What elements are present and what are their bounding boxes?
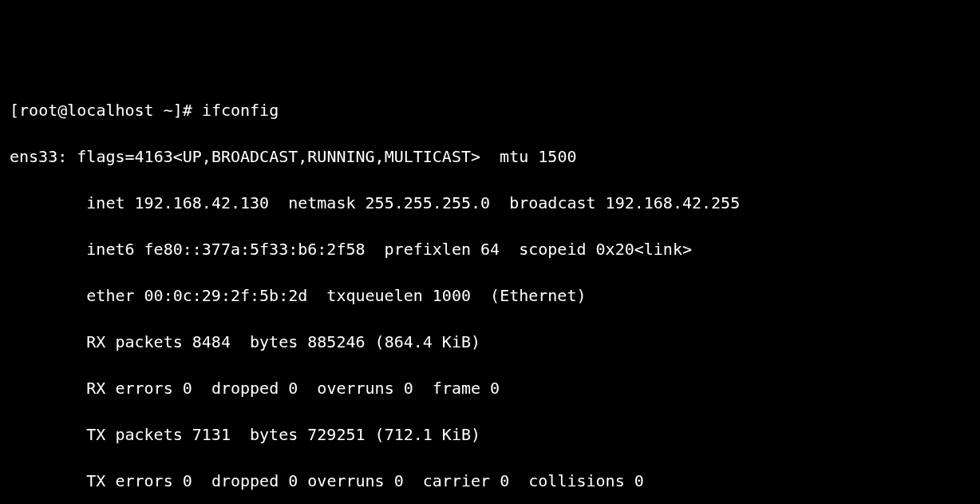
iface0-inet6: inet6 fe80::377a:5f33:b6:2f58 prefixlen … <box>10 238 970 261</box>
prompt-line[interactable]: [root@localhost ~]# ifconfig <box>10 99 970 122</box>
prompt-host: localhost <box>67 101 153 120</box>
iface0-ether: ether 00:0c:29:2f:5b:2d txqueuelen 1000 … <box>10 284 970 308</box>
iface0-rx-packets: RX packets 8484 bytes 885246 (864.4 KiB) <box>10 331 970 354</box>
iface0-tx-errors: TX errors 0 dropped 0 overruns 0 carrier… <box>10 470 970 493</box>
iface0-inet: inet 192.168.42.130 netmask 255.255.255.… <box>10 192 970 215</box>
iface0-rx-errors: RX errors 0 dropped 0 overruns 0 frame 0 <box>10 377 970 400</box>
prompt-symbol: # <box>183 101 192 120</box>
command: ifconfig <box>202 101 279 120</box>
prompt-user: root <box>19 101 57 120</box>
prompt-dir: ~ <box>164 101 173 120</box>
iface0-tx-packets: TX packets 7131 bytes 729251 (712.1 KiB) <box>10 423 970 446</box>
iface0-name: ens33 <box>10 147 57 166</box>
iface0-header: ens33: flags=4163<UP,BROADCAST,RUNNING,M… <box>10 145 970 169</box>
